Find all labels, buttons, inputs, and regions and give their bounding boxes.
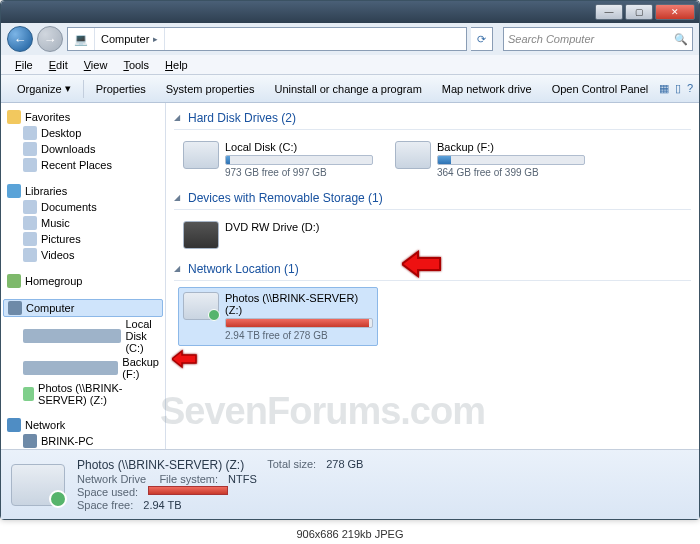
svg-marker-0	[402, 252, 440, 276]
breadcrumb[interactable]: Computer	[101, 33, 149, 45]
network-drive-icon	[23, 387, 34, 401]
menu-edit[interactable]: Edit	[41, 57, 76, 73]
libraries-icon	[7, 184, 21, 198]
documents-icon	[23, 200, 37, 214]
maximize-button[interactable]: ▢	[625, 4, 653, 20]
drive-photos-z[interactable]: Photos (\\BRINK-SERVER) (Z:) 2.94 TB fre…	[178, 287, 378, 346]
tree-downloads[interactable]: Downloads	[3, 141, 163, 157]
tree-backup-f[interactable]: Backup (F:)	[3, 355, 163, 381]
network-group[interactable]: Network	[3, 417, 163, 433]
forward-button[interactable]: →	[37, 26, 63, 52]
computer-icon: 💻	[74, 33, 88, 46]
view-mode-icon[interactable]: ▦	[659, 82, 669, 95]
drive-icon	[23, 361, 118, 375]
removable-heading[interactable]: Devices with Removable Storage (1)	[174, 189, 691, 210]
homegroup-icon	[7, 274, 21, 288]
videos-icon	[23, 248, 37, 262]
svg-marker-1	[172, 351, 196, 367]
pictures-icon	[23, 232, 37, 246]
tree-local-c[interactable]: Local Disk (C:)	[3, 317, 163, 355]
toolbar-properties[interactable]: Properties	[86, 81, 156, 97]
music-icon	[23, 216, 37, 230]
nav-tree: Favorites Desktop Downloads Recent Place…	[1, 103, 166, 449]
network-icon	[7, 418, 21, 432]
help-icon[interactable]: ?	[687, 82, 693, 95]
organize-button[interactable]: Organize▾	[7, 80, 81, 97]
annotation-arrow	[402, 249, 442, 281]
preview-pane-icon[interactable]: ▯	[675, 82, 681, 95]
menu-tools[interactable]: Tools	[115, 57, 157, 73]
address-bar[interactable]: 💻 Computer▸	[67, 27, 467, 51]
drive-backup-f[interactable]: Backup (F:) 364 GB free of 399 GB	[390, 136, 590, 183]
dvd-icon	[183, 221, 219, 249]
refresh-button[interactable]: ⟳	[471, 27, 493, 51]
tree-documents[interactable]: Documents	[3, 199, 163, 215]
tree-brink-pc[interactable]: BRINK-PC	[3, 433, 163, 449]
nav-bar: ← → 💻 Computer▸ ⟳ Search Computer 🔍	[1, 23, 699, 55]
tree-desktop[interactable]: Desktop	[3, 125, 163, 141]
minimize-button[interactable]: —	[595, 4, 623, 20]
space-used-bar	[148, 486, 228, 495]
downloads-icon	[23, 142, 37, 156]
homegroup-group[interactable]: Homegroup	[3, 273, 163, 289]
tree-recent[interactable]: Recent Places	[3, 157, 163, 173]
drive-icon	[23, 329, 121, 343]
search-icon: 🔍	[674, 33, 688, 46]
toolbar-uninstall[interactable]: Uninstall or change a program	[264, 81, 431, 97]
desktop-icon	[23, 126, 37, 140]
chevron-right-icon[interactable]: ▸	[153, 34, 158, 44]
computer-group[interactable]: Computer	[3, 299, 163, 317]
search-input[interactable]: Search Computer 🔍	[503, 27, 693, 51]
hdd-icon	[395, 141, 431, 169]
details-name: Photos (\\BRINK-SERVER) (Z:)	[77, 458, 244, 472]
tree-photos-z[interactable]: Photos (\\BRINK-SERVER) (Z:)	[3, 381, 163, 407]
computer-icon	[8, 301, 22, 315]
menu-view[interactable]: View	[76, 57, 116, 73]
search-placeholder: Search Computer	[508, 33, 594, 45]
menu-help[interactable]: Help	[157, 57, 196, 73]
image-footer: 906x686 219kb JPEG	[0, 524, 700, 544]
menu-bar: File Edit View Tools Help	[1, 55, 699, 75]
toolbar-map-drive[interactable]: Map network drive	[432, 81, 542, 97]
close-button[interactable]: ✕	[655, 4, 695, 20]
details-type: Network Drive	[77, 473, 146, 485]
network-drive-icon	[183, 292, 219, 320]
menu-file[interactable]: File	[7, 57, 41, 73]
pc-icon	[23, 434, 37, 448]
drive-dvd-d[interactable]: DVD RW Drive (D:)	[178, 216, 378, 254]
star-icon	[7, 110, 21, 124]
hdd-heading[interactable]: Hard Disk Drives (2)	[174, 109, 691, 130]
toolbar-control-panel[interactable]: Open Control Panel	[542, 81, 659, 97]
toolbar: Organize▾ Properties System properties U…	[1, 75, 699, 103]
tree-music[interactable]: Music	[3, 215, 163, 231]
toolbar-system-properties[interactable]: System properties	[156, 81, 265, 97]
tree-videos[interactable]: Videos	[3, 247, 163, 263]
libraries-group[interactable]: Libraries	[3, 183, 163, 199]
annotation-arrow	[172, 349, 198, 371]
drive-local-c[interactable]: Local Disk (C:) 973 GB free of 997 GB	[178, 136, 378, 183]
back-button[interactable]: ←	[7, 26, 33, 52]
hdd-icon	[183, 141, 219, 169]
recent-icon	[23, 158, 37, 172]
details-pane: Photos (\\BRINK-SERVER) (Z:) Total size:…	[1, 449, 699, 519]
titlebar: — ▢ ✕	[1, 1, 699, 23]
network-drive-icon	[11, 464, 65, 506]
tree-pictures[interactable]: Pictures	[3, 231, 163, 247]
favorites-group[interactable]: Favorites	[3, 109, 163, 125]
